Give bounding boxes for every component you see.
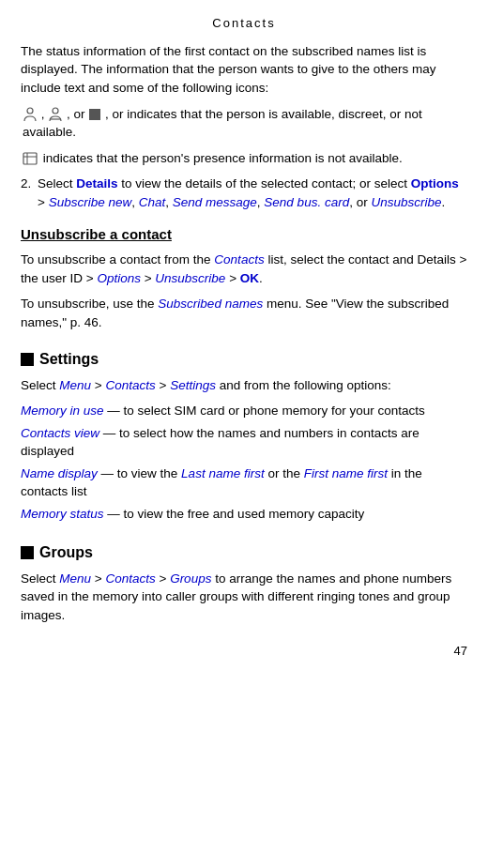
settings-title: Settings: [39, 348, 99, 370]
settings-settings-link[interactable]: Settings: [170, 378, 216, 392]
settings-item-memory-status: Memory status — to view the free and use…: [21, 505, 467, 524]
send-message-link[interactable]: Send message: [173, 195, 257, 209]
groups-contacts-link[interactable]: Contacts: [105, 571, 155, 586]
contacts-view-link[interactable]: Contacts view: [21, 426, 99, 440]
unsubscribe-heading: Unsubscribe a contact: [21, 224, 467, 245]
send-bus-card-link[interactable]: Send bus. card: [264, 195, 349, 209]
subscribe-new-link[interactable]: Subscribe new: [49, 195, 132, 209]
last-name-first-link[interactable]: Last name first: [181, 466, 265, 480]
step2-content: Select Details to view the details of th…: [38, 175, 467, 211]
groups-heading: Groups: [21, 541, 467, 563]
intro-para1: The status information of the first cont…: [21, 42, 467, 98]
step2: 2. Select Details to view the details of…: [21, 175, 467, 211]
details-link[interactable]: Details: [76, 176, 117, 190]
icon-line2: indicates that the person's presence inf…: [23, 149, 467, 168]
svg-point-1: [53, 108, 58, 114]
icon-line1: , , or , or indicates that the person is…: [23, 105, 467, 142]
options-unsubscribe-link[interactable]: Options: [97, 271, 141, 285]
svg-point-0: [27, 108, 33, 114]
chat-link[interactable]: Chat: [139, 195, 166, 209]
groups-menu-link[interactable]: Menu: [59, 571, 91, 586]
groups-groups-link[interactable]: Groups: [170, 571, 211, 586]
gt1: >: [38, 195, 49, 209]
settings-item-name-display: Name display — to view the Last name fir…: [21, 464, 467, 501]
settings-item-memory-in-use: Memory in use — to select SIM card or ph…: [21, 402, 467, 420]
discreet-icon: [48, 107, 67, 121]
settings-heading: Settings: [21, 348, 467, 370]
subscribed-names-link[interactable]: Subscribed names: [158, 297, 263, 311]
groups-square-icon: [21, 546, 34, 559]
name-display-link[interactable]: Name display: [21, 466, 98, 480]
groups-intro: Select Menu > Contacts > Groups to arran…: [21, 570, 467, 625]
first-name-first-link[interactable]: First name first: [304, 466, 388, 480]
settings-menu-link[interactable]: Menu: [59, 378, 91, 392]
contacts-link[interactable]: Contacts: [214, 252, 264, 266]
unsubscribe-link[interactable]: Unsubscribe: [371, 195, 441, 209]
groups-title: Groups: [39, 541, 93, 563]
presence-icon: [23, 151, 43, 165]
memory-status-link[interactable]: Memory status: [21, 507, 104, 521]
settings-intro: Select Menu > Contacts > Settings and fr…: [21, 376, 467, 395]
page-header: Contacts: [21, 15, 467, 33]
available-icon: [23, 107, 41, 121]
unsubscribe-para1: To unsubscribe a contact from the Contac…: [21, 251, 467, 287]
page-number: 47: [21, 643, 467, 661]
memory-in-use-link[interactable]: Memory in use: [21, 404, 104, 418]
settings-square-icon: [21, 353, 34, 366]
unsubscribe-para2: To unsubscribe, use the Subscribed names…: [21, 295, 467, 331]
svg-rect-3: [23, 153, 37, 164]
options-link[interactable]: Options: [411, 176, 459, 190]
settings-contacts-link[interactable]: Contacts: [105, 378, 155, 392]
step-number: 2.: [21, 175, 38, 211]
not-available-icon: [89, 109, 100, 120]
settings-item-contacts-view: Contacts view — to select how the names …: [21, 424, 467, 461]
ok-link[interactable]: OK: [240, 271, 259, 285]
unsubscribe-action-link[interactable]: Unsubscribe: [155, 271, 225, 285]
